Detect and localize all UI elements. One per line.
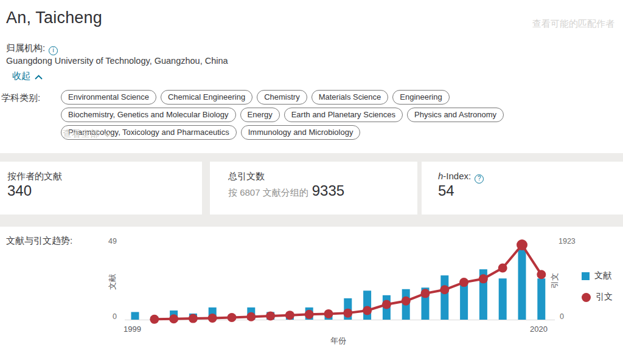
legend-item-documents: 文献 [582, 270, 613, 281]
help-icon[interactable]: ? [475, 174, 484, 184]
doc-bar-2016[interactable] [460, 283, 468, 320]
citation-dot-2002[interactable] [189, 314, 198, 323]
subject-chip[interactable]: Earth and Planetary Sciences [284, 108, 403, 122]
view-matching-authors-link[interactable]: 查看可能的匹配作者 [532, 18, 614, 30]
legend-documents-label: 文献 [594, 270, 611, 281]
doc-bar-2011[interactable] [363, 290, 371, 320]
subject-chip[interactable]: Immunology and Microbiology [241, 125, 361, 140]
chart-legend: 文献 引文 [582, 270, 613, 313]
collapse-link[interactable]: 收起 [12, 70, 43, 82]
subject-category-label: 学科类别: [1, 92, 40, 104]
subject-chip[interactable]: Chemical Engineering [161, 90, 252, 105]
citation-dot-2013[interactable] [402, 297, 411, 306]
documents-metric-value: 340 [7, 182, 32, 199]
citation-dot-2014[interactable] [421, 289, 430, 298]
chevron-down-icon [103, 129, 111, 139]
view-all-link[interactable]: 查看全部 [63, 128, 111, 140]
trend-chart-title: 文献与引文趋势: [6, 235, 72, 247]
citation-dot-2003[interactable] [208, 314, 217, 323]
doc-bar-2018[interactable] [499, 278, 507, 320]
author-name: An, Taicheng [6, 9, 102, 27]
hindex-metric-value: 54 [438, 182, 454, 199]
citation-dot-2020[interactable] [537, 270, 546, 279]
author-profile-header: An, Taicheng 查看可能的匹配作者 归属机构:i Guangdong … [0, 0, 623, 153]
citation-dot-2018[interactable] [498, 263, 507, 272]
citation-dot-2012[interactable] [382, 300, 391, 309]
citation-dot-2008[interactable] [305, 310, 314, 319]
citation-dot-2010[interactable] [343, 309, 352, 318]
citation-dot-2004[interactable] [228, 313, 237, 322]
citations-group-prefix: 按 6807 文献分组的 [228, 187, 308, 197]
citations-metric-card: 总引文数 按 6807 文献分组的9335 [210, 162, 417, 215]
hindex-metric-card: h-Index:? 54 [422, 162, 623, 215]
doc-bar-2019[interactable] [518, 245, 526, 320]
doc-axis-max-label: 49 [91, 237, 117, 246]
cit-axis-max-label: 1923 [559, 237, 576, 246]
citation-dot-2009[interactable] [324, 309, 333, 318]
citation-dot-2000[interactable] [150, 315, 159, 324]
citation-dot-2017[interactable] [479, 274, 488, 283]
subject-chip[interactable]: Biochemistry, Genetics and Molecular Bio… [61, 108, 236, 122]
documents-swatch-icon [582, 272, 590, 280]
subject-chips: Environmental ScienceChemical Engineerin… [61, 90, 602, 140]
info-icon[interactable]: i [49, 46, 58, 55]
hindex-metric-label: h-Index:? [438, 171, 484, 184]
subject-chip[interactable]: Physics and Astronomy [407, 108, 504, 122]
affiliation-label-row: 归属机构:i [6, 43, 58, 55]
citations-metric-label: 总引文数 [228, 171, 265, 182]
doc-bar-2015[interactable] [440, 275, 448, 320]
chevron-up-icon [35, 71, 43, 81]
legend-citations-label: 引文 [596, 292, 613, 303]
subject-chip[interactable]: Chemistry [257, 90, 307, 105]
citation-dot-2001[interactable] [169, 314, 178, 323]
citation-dot-2011[interactable] [363, 306, 372, 315]
hindex-label-rest: -Index: [443, 171, 471, 181]
cit-axis-zero-label: 0 [560, 312, 564, 321]
citation-dot-2007[interactable] [285, 311, 294, 320]
view-all-label: 查看全部 [63, 128, 99, 140]
citations-metric-line: 按 6807 文献分组的9335 [228, 182, 344, 199]
documents-metric-label: 按作者的文献 [7, 171, 62, 182]
x-tick-first: 1999 [124, 325, 141, 334]
citation-dot-2015[interactable] [440, 285, 449, 294]
citation-dot-2006[interactable] [266, 311, 275, 320]
trend-chart-panel: 文献与引文趋势: 49 0 1923 0 文献 引文 1999 2020 年份 … [0, 227, 623, 364]
doc-axis-zero-label: 0 [91, 312, 117, 321]
doc-bar-2020[interactable] [537, 278, 545, 320]
affiliation-text: Guangdong University of Technology, Guan… [6, 56, 228, 66]
citation-dot-2016[interactable] [459, 278, 468, 287]
x-tick-last: 2020 [530, 325, 548, 334]
subject-chip[interactable]: Engineering [392, 90, 449, 105]
affiliation-label: 归属机构: [6, 43, 45, 53]
citation-dot-2019[interactable] [517, 239, 527, 250]
citations-swatch-icon [582, 293, 591, 302]
x-axis-title: 年份 [330, 335, 346, 346]
documents-metric-card: 按作者的文献 340 [0, 162, 202, 215]
doc-axis-title: 文献 [107, 274, 118, 290]
collapse-label: 收起 [12, 70, 30, 82]
legend-item-citations: 引文 [582, 292, 613, 303]
citation-dot-2005[interactable] [246, 312, 256, 321]
doc-bar-1999[interactable] [131, 312, 139, 320]
subject-chip[interactable]: Environmental Science [61, 90, 156, 105]
subject-chip[interactable]: Energy [240, 108, 280, 122]
citations-metric-value: 9335 [312, 182, 344, 199]
documents-citations-chart [125, 233, 558, 325]
subject-chip[interactable]: Materials Science [312, 90, 389, 105]
